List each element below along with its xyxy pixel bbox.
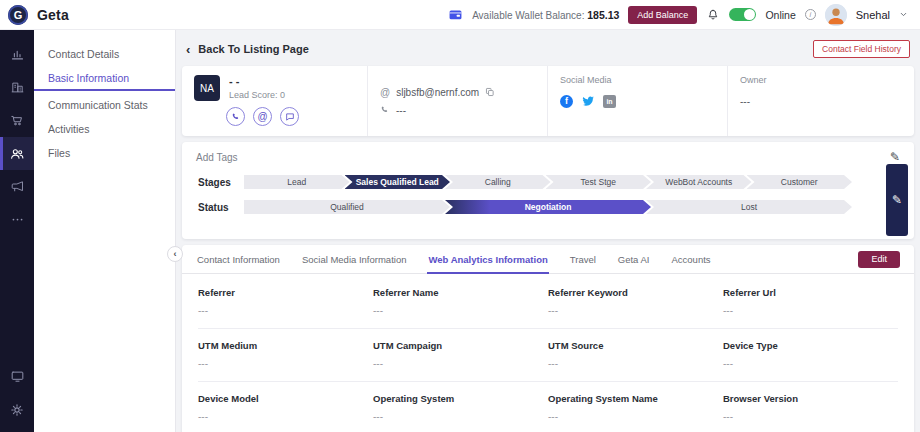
topbar: G Geta Available Wallet Balance: 185.13 … bbox=[0, 0, 920, 30]
rail-more-icon[interactable] bbox=[0, 203, 34, 236]
field-label: Referrer Name bbox=[373, 287, 548, 298]
details-card: Contact Information Social Media Informa… bbox=[182, 245, 914, 432]
contact-name-block: - - Lead Score: 0 bbox=[229, 75, 285, 101]
sidebar-item-activities[interactable]: Activities bbox=[34, 117, 175, 141]
edit-tags-pencil-icon[interactable]: ✎ bbox=[890, 150, 900, 164]
field-label: Device Model bbox=[198, 393, 373, 404]
status-label: Status bbox=[198, 202, 244, 213]
field-device-model: Device Model --- bbox=[198, 393, 373, 422]
rail-settings-gear-icon[interactable] bbox=[0, 393, 34, 426]
field-value: --- bbox=[373, 411, 548, 422]
stage-customer[interactable]: Customer bbox=[747, 175, 853, 189]
online-info-icon[interactable]: i bbox=[805, 9, 816, 20]
sidebar-collapse-chevron-icon[interactable]: ‹ bbox=[167, 246, 183, 262]
field-value: --- bbox=[198, 305, 373, 316]
field-row-1: Referrer --- Referrer Name --- Referrer … bbox=[198, 276, 898, 329]
linkedin-icon[interactable]: in bbox=[603, 95, 616, 108]
tabs-row: Contact Information Social Media Informa… bbox=[182, 245, 914, 274]
app-logo-icon: G bbox=[8, 5, 28, 25]
email-line: @ sljbsfb@nernf.com bbox=[380, 87, 535, 98]
sms-chat-icon[interactable] bbox=[280, 107, 299, 126]
email-at-icon[interactable]: @ bbox=[253, 107, 272, 126]
rail-screen-share-icon[interactable] bbox=[0, 360, 34, 393]
brand: G Geta bbox=[8, 5, 69, 25]
field-label: Device Type bbox=[723, 340, 898, 351]
add-tags-button[interactable]: Add Tags bbox=[196, 152, 238, 163]
stage-sales-qualified-lead[interactable]: Sales Qualified Lead bbox=[345, 175, 451, 189]
stage-test-stge[interactable]: Test Stge bbox=[546, 175, 652, 189]
lead-score: Lead Score: 0 bbox=[229, 90, 285, 100]
edit-details-button[interactable]: Edit bbox=[858, 251, 900, 268]
topbar-right: Available Wallet Balance: 185.13 Add Bal… bbox=[448, 4, 908, 26]
social-media-column: Social Media f in bbox=[547, 66, 727, 136]
user-avatar[interactable] bbox=[825, 4, 847, 26]
field-value: --- bbox=[723, 358, 898, 369]
tab-geta-ai[interactable]: Geta AI bbox=[617, 245, 651, 274]
field-value: --- bbox=[548, 358, 723, 369]
status-negotiation[interactable]: Negotiation bbox=[445, 200, 651, 214]
field-device-type: Device Type --- bbox=[723, 340, 898, 369]
field-row-3: Device Model --- Operating System --- Op… bbox=[198, 382, 898, 432]
add-balance-button[interactable]: Add Balance bbox=[628, 6, 697, 24]
sidebar-item-contact-details[interactable]: Contact Details bbox=[34, 42, 175, 66]
stage-lead[interactable]: Lead bbox=[244, 175, 350, 189]
contact-initials-avatar: NA bbox=[194, 75, 220, 101]
contact-identity-head: NA - - Lead Score: 0 bbox=[194, 75, 355, 101]
field-value: --- bbox=[548, 305, 723, 316]
field-browser-version: Browser Version --- bbox=[723, 393, 898, 422]
contact-email: sljbsfb@nernf.com bbox=[396, 87, 479, 98]
stage-calling[interactable]: Calling bbox=[445, 175, 551, 189]
owner-column: Owner --- bbox=[727, 66, 914, 136]
contact-phone: --- bbox=[396, 105, 406, 116]
whatsapp-icon[interactable] bbox=[226, 107, 245, 126]
phone-icon bbox=[380, 105, 390, 115]
stage-webbot-accounts[interactable]: WebBot Accounts bbox=[646, 175, 752, 189]
contact-field-history-button[interactable]: Contact Field History bbox=[813, 40, 910, 58]
field-value: --- bbox=[198, 358, 373, 369]
facebook-icon[interactable]: f bbox=[560, 95, 573, 108]
field-label: Referrer Keyword bbox=[548, 287, 723, 298]
field-value: --- bbox=[723, 411, 898, 422]
status-row: Status Qualified Negotiation Lost bbox=[198, 200, 914, 214]
notification-bell-icon[interactable] bbox=[706, 8, 720, 22]
social-media-label: Social Media bbox=[560, 75, 715, 85]
tab-accounts[interactable]: Accounts bbox=[671, 245, 712, 274]
tab-travel[interactable]: Travel bbox=[569, 245, 597, 274]
rail-organization-icon[interactable] bbox=[0, 71, 34, 104]
copy-email-icon[interactable] bbox=[485, 87, 495, 97]
tab-contact-information[interactable]: Contact Information bbox=[196, 245, 281, 274]
status-lost[interactable]: Lost bbox=[646, 200, 852, 214]
online-toggle[interactable] bbox=[729, 8, 756, 21]
app-body: Contact Details Basic Information Commun… bbox=[0, 30, 920, 432]
field-value: --- bbox=[373, 358, 548, 369]
status-qualified[interactable]: Qualified bbox=[244, 200, 450, 214]
rail-campaign-icon[interactable] bbox=[0, 170, 34, 203]
tab-web-analytics-information[interactable]: Web Analytics Information bbox=[427, 245, 548, 274]
back-to-listing-link[interactable]: ‹ Back To Listing Page bbox=[186, 42, 309, 57]
sidebar-item-communication-stats[interactable]: Communication Stats bbox=[34, 93, 175, 117]
tab-social-media-information[interactable]: Social Media Information bbox=[301, 245, 408, 274]
field-label: Browser Version bbox=[723, 393, 898, 404]
at-sign-icon: @ bbox=[380, 87, 390, 98]
field-label: Referrer Url bbox=[723, 287, 898, 298]
sidebar-item-files[interactable]: Files bbox=[34, 141, 175, 165]
rail-analytics-icon[interactable] bbox=[0, 38, 34, 71]
wallet-balance: Available Wallet Balance: 185.13 bbox=[472, 9, 619, 21]
stages-arrows: Lead Sales Qualified Lead Calling Test S… bbox=[244, 175, 852, 189]
field-referrer-name: Referrer Name --- bbox=[373, 287, 548, 316]
field-label: UTM Campaign bbox=[373, 340, 548, 351]
field-value: --- bbox=[373, 305, 548, 316]
rail-contacts-icon[interactable] bbox=[0, 137, 34, 170]
edit-stages-button[interactable]: ✎ bbox=[886, 164, 908, 236]
icon-rail bbox=[0, 30, 34, 432]
rail-cart-icon[interactable] bbox=[0, 104, 34, 137]
field-operating-system: Operating System --- bbox=[373, 393, 548, 422]
page-header-row: ‹ Back To Listing Page Contact Field His… bbox=[182, 37, 914, 61]
online-status-label: Online bbox=[765, 9, 795, 21]
twitter-icon[interactable] bbox=[581, 94, 595, 108]
social-media-icons: f in bbox=[560, 94, 715, 108]
field-referrer-keyword: Referrer Keyword --- bbox=[548, 287, 723, 316]
rail-bottom bbox=[0, 360, 34, 432]
sidebar-item-basic-information[interactable]: Basic Information bbox=[34, 66, 175, 91]
user-menu-chevron-icon[interactable] bbox=[899, 10, 908, 19]
